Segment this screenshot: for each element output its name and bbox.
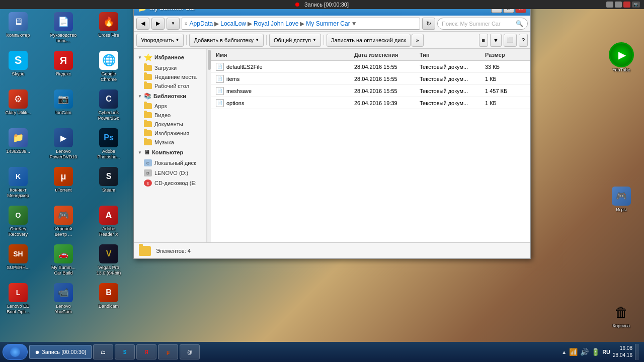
sidebar-item-apps[interactable]: Apps xyxy=(134,102,206,111)
file-name-options: options xyxy=(226,100,354,106)
taskbar-explorer[interactable]: 🗂 xyxy=(93,344,113,359)
help-button[interactable]: ? xyxy=(519,34,528,47)
file-date-options: 26.04.2016 19:39 xyxy=(354,100,420,106)
desktop-icon-igrovoy[interactable]: 🎮 Игровой центр ... xyxy=(48,204,79,240)
desktop-icon-yandex[interactable]: Я Яндекс xyxy=(48,49,79,85)
desktop-icon-chrome[interactable]: 🌐 Google Chrome xyxy=(93,49,124,85)
breadcrumb-appdata[interactable]: AppData xyxy=(190,20,213,27)
more-button[interactable]: » xyxy=(412,34,424,47)
taskbar-utorrent[interactable]: μ xyxy=(158,344,178,359)
desktop-icon-lenovo-ee[interactable]: L Lenovo EE Boot Opti... xyxy=(3,281,34,317)
sidebar-scrollbar[interactable] xyxy=(207,49,211,242)
record-cam[interactable]: 📷 xyxy=(632,2,640,8)
breadcrumb-royal[interactable]: Royal John Love xyxy=(254,20,298,27)
trash-icon[interactable]: 🗑 Корзина xyxy=(604,301,639,337)
systray-volume[interactable]: 🔊 xyxy=(580,348,589,356)
desktop-icon-ruk[interactable]: 📄 Руководство поль... xyxy=(48,10,79,46)
favorites-header[interactable]: ⭐ Избранное xyxy=(134,51,206,63)
taskbar: ⏺ Запись [00:00:30] 🗂 S Я μ @ ▲ 📶 🔊 🔋 RU… xyxy=(0,342,644,362)
systray-network[interactable]: 📶 xyxy=(569,348,578,356)
breadcrumb-mysummer[interactable]: My Summer Car xyxy=(306,20,350,27)
search-icon[interactable]: 🔍 xyxy=(516,20,523,27)
sidebar-item-docs[interactable]: Документы xyxy=(134,120,206,129)
downloads-folder-icon xyxy=(144,65,152,71)
back-button[interactable]: ◀ xyxy=(136,18,149,30)
desktop-icon-games-label: Игры xyxy=(616,207,626,213)
taskbar-skype[interactable]: S xyxy=(115,344,135,359)
search-bar[interactable]: Поиск: My Summer Car 🔍 xyxy=(437,18,528,30)
desktop-icon-superh[interactable]: SH SUPERH... xyxy=(3,242,34,279)
desktop-icon-youcam[interactable]: 📹 Lenovo YouCam xyxy=(48,281,79,317)
file-row-default[interactable]: 📄 defaultES2File 28.04.2016 15:55 Тексто… xyxy=(211,61,530,73)
sidebar-item-lenovo-d[interactable]: D LENOVO (D:) xyxy=(134,168,206,178)
taskbar-yandex[interactable]: Я xyxy=(136,344,156,359)
language-indicator[interactable]: RU xyxy=(602,349,610,355)
desktop-icon-glary[interactable]: ⚙ Glary Utiliti... xyxy=(3,87,34,124)
desktop-icon-skype-label: Skype xyxy=(12,71,24,77)
systray-power[interactable]: 🔋 xyxy=(591,348,600,356)
col-header-date[interactable]: Дата изменения xyxy=(354,52,420,58)
sidebar-item-downloads[interactable]: Загрузки xyxy=(134,63,206,72)
show-desktop-btn[interactable] xyxy=(635,344,639,360)
view-list-button[interactable]: ≡ xyxy=(479,34,488,47)
breadcrumb-arrow: » xyxy=(185,21,188,26)
desktop-icon-bandicam[interactable]: B Bandicam xyxy=(93,281,124,317)
breadcrumb[interactable]: » AppData ▶ LocalLow ▶ Royal John Love ▶… xyxy=(182,18,420,30)
systray-arrow[interactable]: ▲ xyxy=(561,349,567,355)
record-btn-2[interactable] xyxy=(615,2,622,8)
sidebar-item-cd[interactable]: E CD-дисковод (E: xyxy=(134,178,206,188)
refresh-button[interactable]: ↻ xyxy=(422,18,435,30)
view-details-button[interactable]: ▼ xyxy=(490,34,502,47)
sidebar-item-music[interactable]: Музыка xyxy=(134,138,206,147)
file-row-meshsave[interactable]: 📄 meshsave 28.04.2016 15:55 Текстовый до… xyxy=(211,85,530,97)
desktop-icon-games[interactable]: 🎮 Игры xyxy=(604,185,639,221)
start-button[interactable] xyxy=(3,344,28,360)
col-header-name[interactable]: Имя xyxy=(216,52,354,58)
file-date-default: 28.04.2016 15:55 xyxy=(354,64,420,70)
video-folder-icon xyxy=(144,112,152,118)
sidebar-item-local-disk[interactable]: C Локальный диск xyxy=(134,158,206,168)
desktop-icon-ioncam[interactable]: 📷 IonCam xyxy=(48,87,79,124)
sidebar-item-desktop[interactable]: Рабочий стол xyxy=(134,81,206,90)
desktop-icon-skype[interactable]: S Skype xyxy=(3,49,34,85)
desktop-icon-adobe[interactable]: A Adobe Reader X xyxy=(93,204,124,240)
desktop-icon-14326[interactable]: 📁 14362539... xyxy=(3,126,34,162)
computer-header[interactable]: 🖥 Компьютер xyxy=(134,147,206,158)
col-header-size[interactable]: Размер xyxy=(485,52,525,58)
desktop-icon-crossfire[interactable]: 🔥 Cross Fire xyxy=(93,10,124,46)
desktop-icon-photoshop[interactable]: Ps Adobe Photosho... xyxy=(93,126,124,162)
record-btn-close[interactable] xyxy=(623,2,630,8)
organize-button[interactable]: Упорядочить ▼ xyxy=(136,34,184,47)
taskbar-other[interactable]: @ xyxy=(180,344,200,359)
file-explorer-window: 📁 My Summer Car − □ ✕ ◀ ▶ ▼ » AppData ▶ … xyxy=(133,0,531,259)
apps-folder-icon xyxy=(144,103,152,109)
desktop-icon-cyberlink[interactable]: C CyberLink Power2Go xyxy=(93,87,124,124)
desktop-icon-youtube[interactable]: ▶ YouTube xyxy=(604,40,639,76)
burn-button[interactable]: Записать на оптический диск xyxy=(327,34,411,47)
sidebar-item-recent[interactable]: Недавние места xyxy=(134,72,206,81)
library-button[interactable]: Добавить в библиотеку ▼ xyxy=(189,34,264,47)
desktop-icon-mysummer[interactable]: 🚗 My Summ... Car Build xyxy=(48,242,79,279)
forward-button[interactable]: ▶ xyxy=(151,18,165,30)
file-row-options[interactable]: 📄 options 26.04.2016 19:39 Текстовый док… xyxy=(211,97,530,109)
desktop-icon-powerdvd[interactable]: ▶ Lenovo PowerDVD10 xyxy=(48,126,79,162)
preview-button[interactable]: ⬜ xyxy=(504,34,517,47)
record-btn-1[interactable] xyxy=(606,2,613,8)
desktop-icon-steam[interactable]: S Steam xyxy=(93,165,124,201)
desktop-icons-area: 🖥 Компьютер S Skype ⚙ Glary Utiliti... 📁… xyxy=(3,10,136,342)
sidebar-item-images[interactable]: Изображения xyxy=(134,129,206,138)
desktop-icon-computer[interactable]: 🖥 Компьютер xyxy=(3,10,34,46)
recent-button[interactable]: ▼ xyxy=(167,18,180,30)
desktop-icon-utorrent[interactable]: μ uTorrent xyxy=(48,165,79,201)
file-row-items[interactable]: 📄 items 28.04.2016 15:55 Текстовый докум… xyxy=(211,73,530,85)
system-clock[interactable]: 16:08 28.04.16 xyxy=(613,345,632,359)
breadcrumb-localow[interactable]: LocalLow xyxy=(220,20,246,27)
desktop-icon-konnet[interactable]: K Коннект Менеджер xyxy=(3,165,34,201)
desktop-icon-onekey[interactable]: O OneKey Recovery xyxy=(3,204,34,240)
share-button[interactable]: Общий доступ ▼ xyxy=(269,34,321,47)
desktop-icon-vegas[interactable]: V Vegas Pro 13.0 (64-bit) xyxy=(93,242,124,279)
libraries-header[interactable]: 📚 Библиотеки xyxy=(134,90,206,102)
col-header-type[interactable]: Тип xyxy=(420,52,485,58)
sidebar-item-video[interactable]: Видео xyxy=(134,111,206,120)
taskbar-recording-title[interactable]: ⏺ Запись [00:00:30] xyxy=(29,345,92,359)
